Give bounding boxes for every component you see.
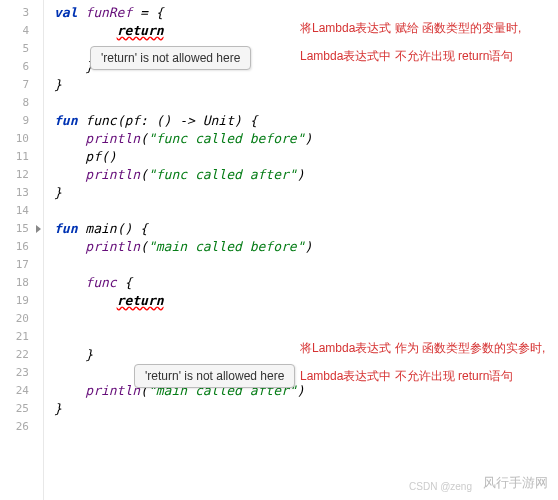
return-keyword-error: return xyxy=(117,23,164,38)
line-number[interactable]: 8 xyxy=(0,94,43,112)
code-line xyxy=(54,94,558,112)
line-number[interactable]: 23 xyxy=(0,364,43,382)
annotation-text: 将Lambda表达式 赋给 函数类型的变量时, xyxy=(300,20,521,37)
line-number[interactable]: 17 xyxy=(0,256,43,274)
code-editor: 3456789101112131415161718192021222324252… xyxy=(0,0,558,500)
line-number[interactable]: 16 xyxy=(0,238,43,256)
code-line xyxy=(54,256,558,274)
code-line: func { xyxy=(54,274,558,292)
watermark-csdn: CSDN @zeng xyxy=(409,481,472,492)
line-number[interactable]: 12 xyxy=(0,166,43,184)
line-number[interactable]: 13 xyxy=(0,184,43,202)
line-number[interactable]: 25 xyxy=(0,400,43,418)
error-tooltip: 'return' is not allowed here xyxy=(134,364,295,388)
line-number[interactable]: 20 xyxy=(0,310,43,328)
code-line: fun main() { xyxy=(54,220,558,238)
code-line: println("func called after") xyxy=(54,166,558,184)
line-number[interactable]: 5 xyxy=(0,40,43,58)
line-number[interactable]: 24 xyxy=(0,382,43,400)
line-number-gutter: 3456789101112131415161718192021222324252… xyxy=(0,0,44,500)
code-area[interactable]: val funRef = { return } } fun func(pf: (… xyxy=(44,0,558,500)
code-line: } xyxy=(54,76,558,94)
code-line: println("func called before") xyxy=(54,130,558,148)
code-line: } xyxy=(54,400,558,418)
line-number[interactable]: 14 xyxy=(0,202,43,220)
line-number[interactable]: 9 xyxy=(0,112,43,130)
annotation-text: Lambda表达式中 不允许出现 return语句 xyxy=(300,368,513,385)
line-number[interactable]: 7 xyxy=(0,76,43,94)
code-line: return xyxy=(54,292,558,310)
line-number[interactable]: 21 xyxy=(0,328,43,346)
line-number[interactable]: 18 xyxy=(0,274,43,292)
code-line: fun func(pf: () -> Unit) { xyxy=(54,112,558,130)
line-number[interactable]: 22 xyxy=(0,346,43,364)
code-line: } xyxy=(54,184,558,202)
return-keyword-error: return xyxy=(117,293,164,308)
annotation-text: 将Lambda表达式 作为 函数类型参数的实参时, xyxy=(300,340,545,357)
line-number[interactable]: 15 xyxy=(0,220,43,238)
watermark-site: 风行手游网 xyxy=(483,474,548,492)
line-number[interactable]: 26 xyxy=(0,418,43,436)
code-line xyxy=(54,310,558,328)
line-number[interactable]: 11 xyxy=(0,148,43,166)
line-number[interactable]: 19 xyxy=(0,292,43,310)
line-number[interactable]: 3 xyxy=(0,4,43,22)
annotation-text: Lambda表达式中 不允许出现 return语句 xyxy=(300,48,513,65)
line-number[interactable]: 6 xyxy=(0,58,43,76)
code-line: pf() xyxy=(54,148,558,166)
error-tooltip: 'return' is not allowed here xyxy=(90,46,251,70)
line-number[interactable]: 10 xyxy=(0,130,43,148)
code-line: println("main called before") xyxy=(54,238,558,256)
code-line xyxy=(54,418,558,436)
line-number[interactable]: 4 xyxy=(0,22,43,40)
code-line xyxy=(54,202,558,220)
